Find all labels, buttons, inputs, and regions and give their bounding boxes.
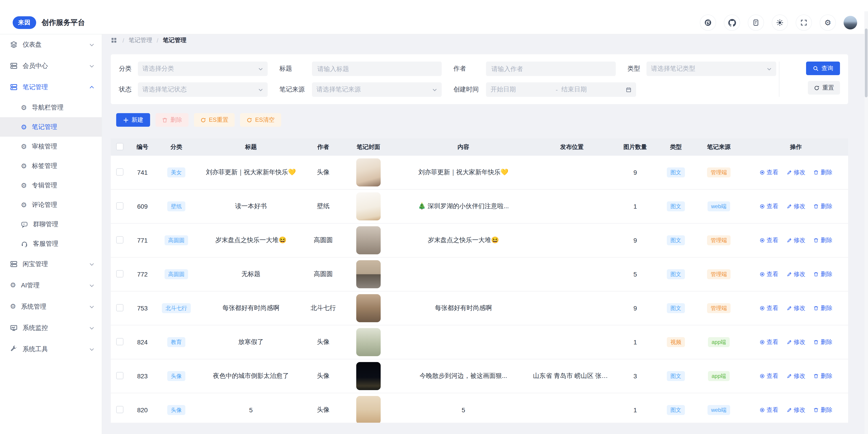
delete-link[interactable]: 删除 [813,406,833,414]
edit-link[interactable]: 修改 [786,168,805,176]
create-button[interactable]: 新建 [116,113,150,127]
delete-button[interactable]: 删除 [156,113,188,127]
cell-location [531,190,613,223]
edit-link[interactable]: 修改 [786,338,805,346]
sidebar-item-note-manage[interactable]: ⚙ 笔记管理 [0,117,102,137]
es-reset-button[interactable]: ES重置 [194,113,235,127]
author-input[interactable] [491,65,611,73]
sidebar-item-tag-manage[interactable]: ⚙ 标签管理 [0,156,102,176]
notes-table: 编号 分类 标题 作者 笔记封面 内容 发布位置 图片数量 类型 笔记来源 操作 [111,139,848,423]
sidebar-item-nav-manage[interactable]: ⚙ 导航栏管理 [0,98,102,117]
sidebar-item-support-manage[interactable]: 客服管理 [0,234,102,254]
server-icon [10,83,18,91]
cell-image-count: 1 [613,393,658,423]
select-placeholder: 请选择笔记类型 [651,65,695,73]
row-checkbox[interactable] [116,236,123,243]
category-tag: 高圆圆 [164,235,188,245]
select-placeholder: 请选择笔记状态 [143,86,187,94]
delete-link[interactable]: 删除 [813,168,833,176]
es-clear-button[interactable]: ES清空 [240,113,281,127]
gear-icon: ⚙ [21,201,27,208]
edit-link-label: 修改 [794,270,805,278]
source-tag: web端 [708,201,730,211]
gitee-icon[interactable] [700,15,716,31]
row-checkbox[interactable] [116,304,123,311]
status-select[interactable]: 请选择笔记状态 [138,82,268,97]
settings-gear-icon[interactable]: ⚙ [819,15,836,31]
view-link[interactable]: 查看 [759,168,778,176]
sidebar-item-dashboard[interactable]: 仪表盘 [0,34,102,55]
sidebar-item-album-manage[interactable]: ⚙ 专辑管理 [0,176,102,195]
cell-image-count: 3 [613,359,658,393]
sidebar-collapse-icon[interactable] [86,433,93,434]
cell-title: 无标题 [197,257,305,291]
edit-link[interactable]: 修改 [786,304,805,312]
sidebar-item-label: 评论管理 [32,201,57,209]
view-link[interactable]: 查看 [759,304,778,312]
sidebar-item-system-tools[interactable]: 系统工具 [0,339,102,360]
sidebar-item-xianbao[interactable]: 闲宝管理 [0,254,102,275]
edit-link[interactable]: 修改 [786,406,805,414]
delete-link[interactable]: 删除 [813,304,833,312]
col-header-content: 内容 [396,139,531,156]
github-icon[interactable] [724,15,740,31]
sidebar-item-ai[interactable]: ⚙ AI管理 [0,275,102,296]
view-link[interactable]: 查看 [759,270,778,278]
fullscreen-icon[interactable] [796,15,812,31]
cell-id: 741 [129,156,156,190]
delete-link[interactable]: 删除 [813,236,833,244]
delete-button-label: 删除 [170,116,182,124]
edit-link[interactable]: 修改 [786,202,805,210]
sidebar-item-system-monitor[interactable]: 系统监控 [0,317,102,339]
cell-title: 岁末盘点之快乐一大堆😆 [197,223,305,257]
table-toolbar: 新建 删除 ES重置 ES清空 [116,113,848,127]
filter-label-author: 作者 [454,65,480,73]
view-link[interactable]: 查看 [759,202,778,210]
row-checkbox[interactable] [116,338,123,345]
type-tag: 图文 [667,303,685,313]
row-checkbox[interactable] [116,270,123,277]
delete-link[interactable]: 删除 [813,338,833,346]
category-select[interactable]: 请选择分类 [138,62,268,76]
sidebar-item-notes[interactable]: 笔记管理 [0,77,102,98]
sidebar-item-comment-manage[interactable]: ⚙ 评论管理 [0,195,102,214]
row-checkbox[interactable] [116,372,123,379]
row-checkbox[interactable] [116,168,123,175]
theme-sun-icon[interactable] [772,15,788,31]
row-checkbox[interactable] [116,406,123,413]
reset-button[interactable]: 重置 [808,81,840,94]
user-avatar[interactable] [844,16,857,29]
view-link[interactable]: 查看 [759,338,778,346]
sidebar-item-members[interactable]: 会员中心 [0,55,102,77]
sidebar-item-label: AI管理 [21,281,39,289]
cell-title: 5 [197,393,305,423]
row-checkbox[interactable] [116,202,123,209]
type-select[interactable]: 请选择笔记类型 [647,62,776,76]
search-button[interactable]: 查询 [806,62,840,75]
delete-link[interactable]: 删除 [813,270,833,278]
view-link[interactable]: 查看 [759,406,778,414]
document-icon[interactable] [748,15,764,31]
gear-icon: ⚙ [21,182,27,189]
sidebar-item-system-manage[interactable]: ⚙ 系统管理 [0,296,102,317]
breadcrumb-item[interactable]: 笔记管理 [129,36,152,45]
select-all-checkbox[interactable] [116,143,123,150]
sidebar-item-groupchat-manage[interactable]: 群聊管理 [0,214,102,234]
delete-link[interactable]: 删除 [813,202,833,210]
view-link[interactable]: 查看 [759,372,778,380]
cell-title: 放寒假了 [197,325,305,359]
edit-link[interactable]: 修改 [786,372,805,380]
col-header-images: 图片数量 [613,139,658,156]
source-select[interactable]: 请选择笔记来源 [312,82,442,97]
cover-image [356,294,381,322]
edit-link[interactable]: 修改 [786,236,805,244]
scrollbar-thumb[interactable] [865,29,868,97]
delete-link[interactable]: 删除 [813,372,833,380]
category-tag: 头像 [167,405,185,415]
title-input[interactable] [316,65,437,73]
sidebar-item-review-manage[interactable]: ⚙ 审核管理 [0,137,102,156]
home-grid-icon[interactable] [111,37,117,44]
view-link[interactable]: 查看 [759,236,778,244]
edit-link[interactable]: 修改 [786,270,805,278]
date-range-picker[interactable]: 开始日期 - 结束日期 [486,82,636,97]
